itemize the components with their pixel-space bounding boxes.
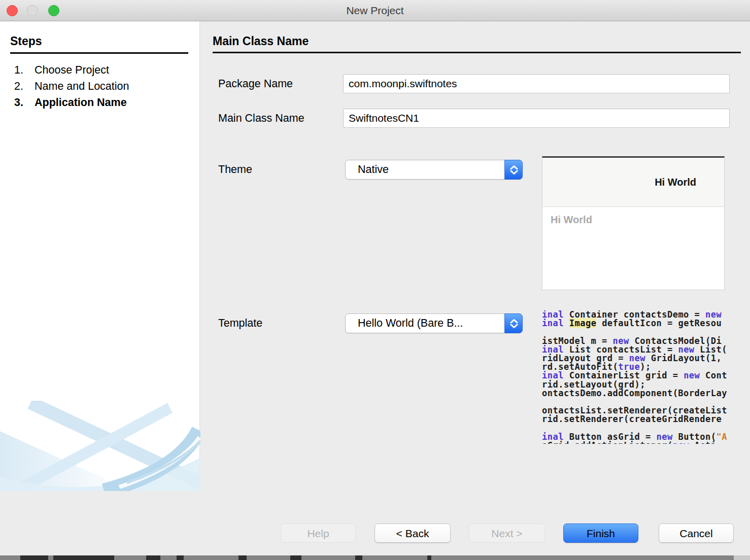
template-select[interactable]: Hello World (Bare B... bbox=[345, 313, 523, 333]
template-code-preview: inal Container contactsDemo = newinal Im… bbox=[542, 310, 727, 444]
wizard-step: 3.Application Name bbox=[0, 94, 199, 111]
steps-heading: Steps bbox=[10, 34, 188, 54]
next-button[interactable]: Next > bbox=[469, 523, 545, 543]
wizard-step: 1.Choose Project bbox=[0, 62, 199, 78]
finish-button[interactable]: Finish bbox=[563, 523, 638, 543]
updown-chevron-icon bbox=[504, 160, 523, 180]
theme-select[interactable]: Native bbox=[345, 160, 523, 180]
help-button[interactable]: Help bbox=[281, 523, 356, 543]
window-fragment bbox=[177, 555, 184, 560]
template-select-value: Hello World (Bare B... bbox=[358, 314, 463, 333]
window-fragment bbox=[734, 555, 750, 560]
updown-chevron-icon bbox=[504, 313, 523, 333]
window-fragment bbox=[20, 555, 48, 560]
template-label: Template bbox=[218, 313, 262, 333]
watermark-graphic bbox=[0, 401, 200, 491]
package-name-label: Package Name bbox=[218, 74, 293, 93]
package-name-input[interactable] bbox=[343, 74, 730, 93]
steps-sidebar: Steps 1.Choose Project2.Name and Locatio… bbox=[0, 21, 200, 491]
cancel-button[interactable]: Cancel bbox=[659, 523, 734, 543]
main-class-name-input[interactable] bbox=[343, 109, 730, 128]
steps-list: 1.Choose Project2.Name and Location3.App… bbox=[0, 62, 199, 111]
theme-preview-image: Hi World Hi World bbox=[542, 156, 725, 290]
theme-select-value: Native bbox=[358, 160, 389, 179]
window-fragment bbox=[53, 555, 114, 560]
theme-label: Theme bbox=[218, 160, 252, 179]
window-title: New Project bbox=[0, 0, 750, 21]
theme-preview-titlebar-text: Hi World bbox=[542, 158, 724, 207]
window-fragment bbox=[427, 555, 431, 560]
window-fragment bbox=[355, 555, 362, 560]
window-fragment bbox=[290, 555, 301, 560]
theme-preview-body-text: Hi World bbox=[542, 207, 724, 226]
new-project-dialog: New Project Steps 1.Choose Project2.Name… bbox=[0, 0, 750, 560]
main-class-name-label: Main Class Name bbox=[218, 109, 304, 128]
back-button[interactable]: < Back bbox=[374, 523, 451, 543]
titlebar: New Project bbox=[0, 0, 750, 21]
window-fragment bbox=[238, 555, 247, 560]
page-title: Main Class Name bbox=[213, 34, 741, 53]
footer-bar: Help< BackNext >FinishCancel bbox=[0, 491, 750, 555]
main-panel: Main Class Name Package Name Main Class … bbox=[200, 21, 750, 491]
wizard-step: 2.Name and Location bbox=[0, 78, 199, 94]
window-fragment bbox=[146, 555, 160, 560]
background-window-edge bbox=[0, 555, 750, 560]
